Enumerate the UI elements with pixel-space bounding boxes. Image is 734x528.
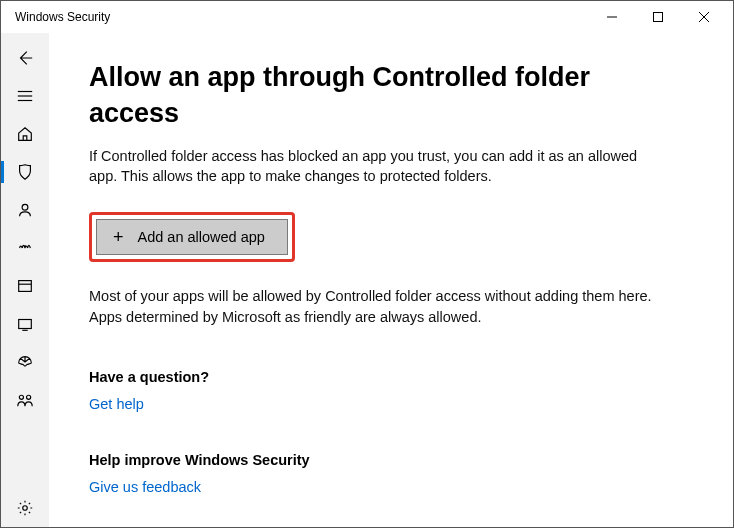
svg-point-7: [22, 204, 28, 210]
add-allowed-app-button[interactable]: + Add an allowed app: [96, 219, 288, 255]
page-title: Allow an app through Controlled folder a…: [89, 59, 687, 132]
sidebar-item-settings[interactable]: [1, 489, 49, 527]
intro-text: If Controlled folder access has blocked …: [89, 146, 649, 187]
svg-rect-8: [19, 281, 32, 292]
menu-button[interactable]: [1, 77, 49, 115]
main-content: Allow an app through Controlled folder a…: [49, 33, 733, 527]
svg-point-14: [23, 506, 28, 511]
svg-point-12: [19, 395, 23, 399]
add-button-highlight: + Add an allowed app: [89, 212, 295, 262]
feedback-link[interactable]: Give us feedback: [89, 479, 201, 495]
sidebar-item-family-options[interactable]: [1, 381, 49, 419]
back-button[interactable]: [1, 39, 49, 77]
sidebar-item-device-performance[interactable]: [1, 343, 49, 381]
close-button[interactable]: [681, 2, 727, 32]
plus-icon: +: [113, 228, 124, 246]
sidebar-item-virus-protection[interactable]: [1, 153, 49, 191]
sidebar-item-firewall[interactable]: [1, 229, 49, 267]
sidebar-item-home[interactable]: [1, 115, 49, 153]
note-text: Most of your apps will be allowed by Con…: [89, 286, 669, 327]
maximize-button[interactable]: [635, 2, 681, 32]
question-heading: Have a question?: [89, 369, 687, 385]
sidebar: [1, 33, 49, 527]
svg-rect-1: [654, 13, 663, 22]
window-controls: [589, 2, 727, 32]
sidebar-item-app-browser[interactable]: [1, 267, 49, 305]
add-button-label: Add an allowed app: [138, 229, 265, 245]
get-help-link[interactable]: Get help: [89, 396, 144, 412]
svg-rect-10: [19, 320, 32, 329]
window-title: Windows Security: [15, 10, 589, 24]
sidebar-item-device-security[interactable]: [1, 305, 49, 343]
svg-point-13: [27, 395, 31, 399]
minimize-button[interactable]: [589, 2, 635, 32]
improve-heading: Help improve Windows Security: [89, 452, 687, 468]
sidebar-item-account-protection[interactable]: [1, 191, 49, 229]
titlebar: Windows Security: [1, 1, 733, 33]
